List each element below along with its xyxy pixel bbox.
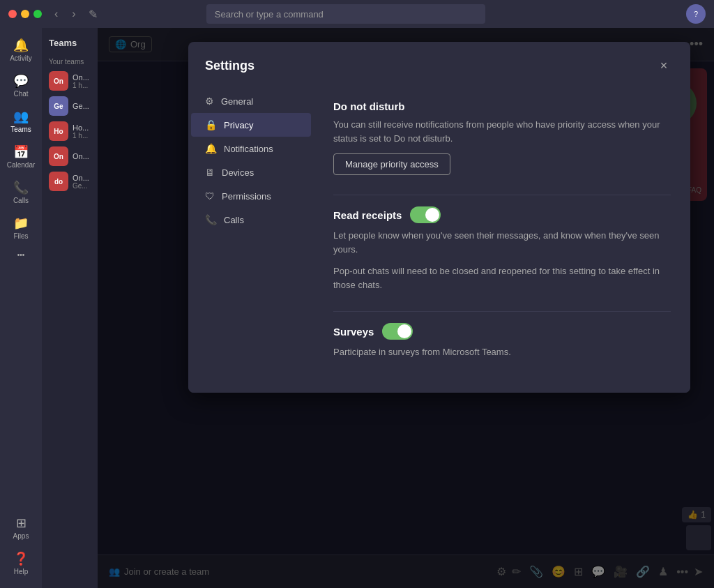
team-sub-on1: 1 h... — [73, 82, 89, 89]
maximize-dot[interactable] — [33, 10, 42, 18]
app-layout: 🔔 Activity 💬 Chat 👥 Teams 📅 Calendar 📞 C… — [0, 28, 714, 588]
sidebar-item-calendar[interactable]: 📅 Calendar — [3, 140, 39, 173]
nav-item-devices[interactable]: 🖥 Devices — [191, 160, 311, 184]
sidebar-label-apps: Apps — [13, 532, 29, 540]
sidebar: 🔔 Activity 💬 Chat 👥 Teams 📅 Calendar 📞 C… — [0, 28, 42, 588]
read-receipts-desc1: Let people know when you've seen their m… — [333, 229, 671, 256]
team-avatar-ge: Ge — [49, 96, 68, 116]
nav-item-privacy[interactable]: 🔒 Privacy — [191, 113, 311, 137]
team-item-ge[interactable]: Ge Ge... — [45, 93, 95, 119]
compose-icon[interactable]: ✎ — [89, 8, 98, 21]
do-not-disturb-section: Do not disturb You can still receive not… — [333, 100, 671, 175]
nav-label-privacy: Privacy — [224, 120, 254, 130]
sidebar-label-calendar: Calendar — [7, 161, 36, 169]
nav-label-notifications: Notifications — [224, 144, 273, 154]
teams-icon: 👥 — [13, 109, 29, 124]
read-receipts-toggle[interactable] — [410, 206, 441, 223]
read-receipts-label: Read receipts — [333, 209, 402, 221]
calls-nav-icon: 📞 — [205, 214, 217, 225]
manage-priority-access-button[interactable]: Manage priority access — [333, 153, 450, 175]
sidebar-bottom: ⊞ Apps ❓ Help — [3, 511, 39, 588]
nav-item-calls[interactable]: 📞 Calls — [191, 208, 311, 232]
devices-icon: 🖥 — [205, 167, 215, 178]
team-name-do: On... — [73, 174, 89, 182]
modal-header: Settings × — [188, 42, 690, 86]
toggle-knob-read-receipts — [425, 208, 439, 222]
surveys-toggle-row: Surveys — [333, 323, 671, 340]
privacy-icon: 🔒 — [205, 119, 217, 130]
sidebar-label-teams: Teams — [10, 126, 31, 133]
modal-body: ⚙ General 🔒 Privacy 🔔 Notifications — [188, 86, 690, 393]
team-avatar-on1: On — [49, 71, 68, 91]
help-icon: ❓ — [13, 551, 29, 566]
sidebar-item-apps[interactable]: ⊞ Apps — [3, 511, 39, 544]
your-teams-label: Your teams — [45, 55, 95, 68]
teams-panel: Teams Your teams On On... 1 h... Ge Ge..… — [42, 28, 98, 588]
modal-title: Settings — [205, 59, 255, 73]
team-avatar-on2: On — [49, 146, 68, 166]
team-item-ho[interactable]: Ho Ho... 1 h... — [45, 119, 95, 144]
files-icon: 📁 — [13, 216, 29, 231]
surveys-toggle[interactable] — [382, 323, 413, 340]
nav-label-permissions: Permissions — [222, 191, 271, 202]
search-placeholder: Search or type a command — [215, 9, 324, 20]
read-receipts-toggle-row: Read receipts — [333, 206, 671, 223]
surveys-description: Participate in surveys from Microsoft Te… — [333, 345, 671, 359]
nav-item-permissions[interactable]: 🛡 Permissions — [191, 184, 311, 208]
titlebar: ‹ › ✎ Search or type a command ? — [0, 0, 714, 28]
sidebar-item-files[interactable]: 📁 Files — [3, 211, 39, 244]
team-sub-ho: 1 h... — [73, 132, 89, 140]
permissions-icon: 🛡 — [205, 190, 215, 202]
dnd-description: You can still receive notifications from… — [333, 118, 671, 145]
settings-modal: Settings × ⚙ General 🔒 Privacy — [188, 42, 690, 393]
back-button[interactable]: ‹ — [50, 6, 62, 22]
modal-close-button[interactable]: × — [654, 56, 674, 75]
team-item-on1[interactable]: On On... 1 h... — [45, 68, 95, 93]
forward-button[interactable]: › — [68, 6, 79, 22]
nav-label-devices: Devices — [222, 167, 254, 178]
toggle-knob-surveys — [397, 324, 411, 338]
team-item-do[interactable]: do On... Ge... — [45, 169, 95, 194]
nav-item-general[interactable]: ⚙ General — [191, 89, 311, 113]
teams-panel-title: Teams — [45, 33, 95, 55]
sidebar-label-calls: Calls — [13, 197, 29, 204]
more-dots: ••• — [17, 251, 25, 259]
sidebar-item-more[interactable]: ••• — [3, 247, 39, 263]
user-avatar[interactable]: ? — [686, 4, 706, 24]
nav-item-notifications[interactable]: 🔔 Notifications — [191, 137, 311, 160]
modal-overlay: Settings × ⚙ General 🔒 Privacy — [98, 28, 714, 588]
divider-1 — [333, 195, 671, 195]
minimize-dot[interactable] — [21, 10, 29, 18]
sidebar-item-calls[interactable]: 📞 Calls — [3, 176, 39, 209]
sidebar-item-help[interactable]: ❓ Help — [3, 547, 39, 580]
surveys-section: Surveys Participate in surveys from Micr… — [333, 323, 671, 359]
nav-label-calls: Calls — [224, 215, 244, 225]
close-dot[interactable] — [8, 10, 17, 18]
calendar-icon: 📅 — [13, 144, 29, 160]
nav-label-general: General — [221, 96, 253, 107]
team-sub-do: Ge... — [73, 182, 89, 190]
titlebar-right: ? — [686, 4, 706, 24]
apps-icon: ⊞ — [16, 515, 26, 531]
sidebar-item-activity[interactable]: 🔔 Activity — [3, 33, 39, 66]
settings-nav: ⚙ General 🔒 Privacy 🔔 Notifications — [188, 86, 314, 393]
general-icon: ⚙ — [205, 96, 214, 107]
dnd-title: Do not disturb — [333, 100, 671, 112]
search-bar[interactable]: Search or type a command — [206, 4, 485, 24]
sidebar-item-chat[interactable]: 💬 Chat — [3, 69, 39, 102]
nav-arrows: ‹ › — [50, 6, 80, 22]
team-name-on2: On... — [73, 152, 89, 160]
team-name-ge: Ge... — [73, 102, 89, 110]
settings-content: Do not disturb You can still receive not… — [314, 86, 690, 393]
read-receipts-section: Read receipts Let people know when you'v… — [333, 206, 671, 292]
sidebar-label-chat: Chat — [13, 90, 28, 98]
team-name-on1: On... — [73, 73, 89, 82]
window-controls — [8, 10, 42, 18]
divider-2 — [333, 311, 671, 312]
notifications-icon: 🔔 — [205, 143, 217, 154]
sidebar-label-activity: Activity — [10, 54, 32, 62]
team-avatar-do: do — [49, 172, 68, 191]
sidebar-label-files: Files — [13, 232, 28, 240]
team-item-on2[interactable]: On On... — [45, 144, 95, 169]
sidebar-item-teams[interactable]: 👥 Teams — [3, 105, 39, 137]
